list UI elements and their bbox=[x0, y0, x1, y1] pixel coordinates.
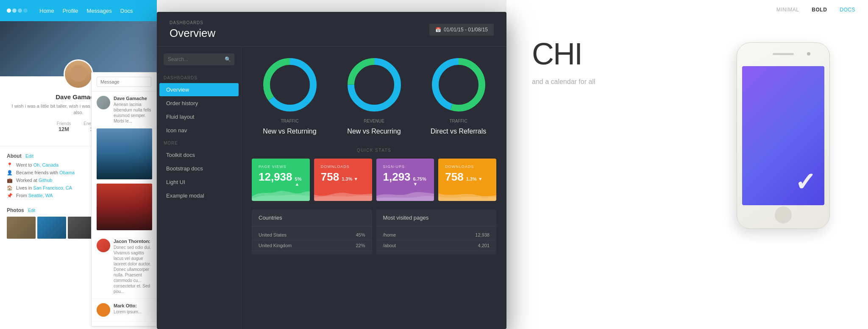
table-row: /about4,201 bbox=[376, 240, 497, 251]
phone-home-button bbox=[775, 206, 792, 223]
search-wrapper: 🔍 bbox=[157, 53, 241, 72]
stats-row: PAGE VIEWS 12,938 5% ▲ DOWNLOADS 758 bbox=[252, 159, 496, 201]
photos-edit-link[interactable]: Edit bbox=[28, 208, 35, 213]
stat-card-page-views: PAGE VIEWS 12,938 5% ▲ bbox=[252, 159, 310, 201]
message-input[interactable] bbox=[97, 77, 151, 87]
most-visited-header: Most visited pages bbox=[376, 209, 497, 226]
phone-mockup: ✓ bbox=[724, 34, 843, 271]
downloads2-value: 758 1.3% ▼ bbox=[445, 170, 490, 184]
msg-photo-2 bbox=[97, 184, 152, 230]
stat-card-downloads: DOWNLOADS 758 1.3% ▼ bbox=[314, 159, 372, 201]
right-nav: MINIMAL BOLD DOCS bbox=[506, 0, 868, 20]
profile-cover bbox=[0, 21, 157, 76]
sidebar-item-overview[interactable]: Overview bbox=[159, 83, 239, 96]
nav-docs[interactable]: Docs bbox=[120, 8, 133, 14]
msg-text-2: Donec sed odio dui. Vivamus sagittis lac… bbox=[114, 245, 151, 294]
photo-thumb-2[interactable] bbox=[37, 217, 66, 239]
date-range-text: 01/01/15 - 01/08/15 bbox=[444, 27, 488, 33]
github-link[interactable]: Github bbox=[39, 178, 52, 183]
chart-3-type: Traffic bbox=[449, 119, 467, 123]
sidebar-item-fluid-layout[interactable]: Fluid layout bbox=[159, 110, 239, 123]
work-icon: 💼 bbox=[7, 178, 13, 183]
logo bbox=[7, 8, 28, 13]
phone-camera bbox=[807, 52, 810, 56]
donut-chart-2 bbox=[345, 55, 404, 114]
more-section-label: MORE bbox=[157, 137, 241, 148]
msg-sender-1: Dave Gamache bbox=[114, 96, 151, 101]
dash-main: Traffic New vs Returning Revenue New vs … bbox=[242, 47, 506, 329]
pin-icon: 📌 bbox=[7, 193, 13, 198]
quick-stats-header: QUICK STATS bbox=[252, 148, 496, 153]
dashboards-section-label: DASHBOARDS bbox=[157, 72, 241, 83]
nav-minimal[interactable]: MINIMAL bbox=[776, 7, 799, 13]
right-panel: MINIMAL BOLD DOCS CHI and a calendar for… bbox=[506, 0, 868, 329]
downloads-change: 1.3% ▼ bbox=[342, 176, 358, 181]
message-item-2: Jacon Thornton: Donec sed odio dui. Viva… bbox=[92, 234, 156, 299]
canada-link[interactable]: Oh, Canada bbox=[33, 162, 58, 167]
sidebar-item-bootstrap-docs[interactable]: Bootstrap docs bbox=[159, 162, 239, 175]
message-item-3: Mark Otto: Lorem ipsum... bbox=[92, 299, 156, 321]
sidebar-item-icon-nav[interactable]: Icon nav bbox=[159, 124, 239, 137]
table-row: United Kingdom22% bbox=[252, 240, 372, 251]
page-views-wave bbox=[252, 184, 310, 201]
nav-docs[interactable]: DOCS bbox=[840, 7, 855, 13]
msg-avatar-3 bbox=[97, 303, 110, 317]
search-inner: 🔍 bbox=[164, 53, 234, 65]
messages-panel: Dave Gamache Aenean lacinia bibendum nul… bbox=[91, 72, 157, 326]
countries-table: Countries United States45% United Kingdo… bbox=[252, 209, 372, 254]
friends-icon: 👤 bbox=[7, 170, 13, 176]
msg-content-1: Dave Gamache Aenean lacinia bibendum nul… bbox=[114, 96, 151, 124]
sf-link[interactable]: San Francisco, CA bbox=[33, 185, 72, 190]
phone-screen: ✓ bbox=[742, 66, 824, 205]
stat-card-downloads2: DOWNLOADS 758 1.3% ▼ bbox=[438, 159, 496, 201]
message-input-wrapper bbox=[92, 72, 156, 92]
search-input[interactable] bbox=[164, 53, 234, 65]
nav-messages[interactable]: Messages bbox=[87, 8, 112, 14]
msg-avatar-2 bbox=[97, 239, 110, 252]
home-icon: 🏠 bbox=[7, 185, 13, 191]
donut-chart-3 bbox=[429, 55, 488, 114]
msg-content-3: Mark Otto: Lorem ipsum... bbox=[114, 303, 151, 317]
msg-photo-1 bbox=[97, 128, 152, 179]
msg-content-2: Jacon Thornton: Donec sed odio dui. Viva… bbox=[114, 239, 151, 294]
sidebar-item-order-history[interactable]: Order history bbox=[159, 97, 239, 110]
seattle-link[interactable]: Seattle, WA bbox=[28, 193, 53, 198]
friends-label: Friends bbox=[57, 121, 71, 126]
sidebar-item-toolkit-docs[interactable]: Toolkit docs bbox=[159, 148, 239, 162]
dashboard-overlay: DASHBOARDS Overview 📅 01/01/15 - 01/08/1… bbox=[157, 12, 506, 329]
nav-bold[interactable]: BOLD bbox=[812, 7, 827, 13]
about-edit-link[interactable]: Edit bbox=[25, 153, 33, 159]
chart-1-type: Traffic bbox=[281, 119, 298, 123]
obama-link[interactable]: Obama bbox=[59, 170, 75, 175]
calendar-icon: 📅 bbox=[435, 27, 441, 33]
search-icon: 🔍 bbox=[225, 56, 231, 62]
friends-stat: Friends 12M bbox=[57, 121, 71, 132]
chart-traffic-new-vs-returning: Traffic New vs Returning bbox=[260, 55, 320, 135]
checkmark-icon: ✓ bbox=[795, 167, 816, 197]
sidebar-item-example-modal[interactable]: Example modal bbox=[159, 189, 239, 202]
phone-speaker bbox=[773, 53, 794, 55]
photo-thumb-1[interactable] bbox=[7, 217, 36, 239]
donut-chart-1 bbox=[260, 55, 320, 114]
logo-dot-1 bbox=[7, 8, 11, 13]
phone-body: ✓ bbox=[737, 42, 830, 229]
avatar-head bbox=[70, 65, 87, 82]
downloads2-wave bbox=[438, 184, 496, 201]
logo-dot-4 bbox=[23, 8, 28, 13]
charts-row: Traffic New vs Returning Revenue New vs … bbox=[252, 55, 496, 135]
tables-row: Countries United States45% United Kingdo… bbox=[252, 209, 496, 254]
table-row: United States45% bbox=[252, 230, 372, 240]
countries-header: Countries bbox=[252, 209, 372, 226]
friends-value: 12M bbox=[57, 126, 71, 132]
nav-profile[interactable]: Profile bbox=[63, 8, 78, 14]
avatar bbox=[64, 59, 93, 89]
downloads2-label: DOWNLOADS bbox=[445, 164, 490, 169]
photo-mountain bbox=[97, 154, 152, 179]
date-range-button[interactable]: 📅 01/01/15 - 01/08/15 bbox=[429, 24, 494, 36]
nav-home[interactable]: Home bbox=[39, 8, 54, 14]
sidebar-item-light-ui[interactable]: Light UI bbox=[159, 176, 239, 189]
signups-label: SIGN-UPS bbox=[383, 164, 428, 169]
message-item-1: Dave Gamache Aenean lacinia bibendum nul… bbox=[92, 92, 156, 128]
most-visited-body: /home12,938 /about4,201 bbox=[376, 226, 497, 254]
left-nav: Home Profile Messages Docs bbox=[0, 0, 157, 21]
